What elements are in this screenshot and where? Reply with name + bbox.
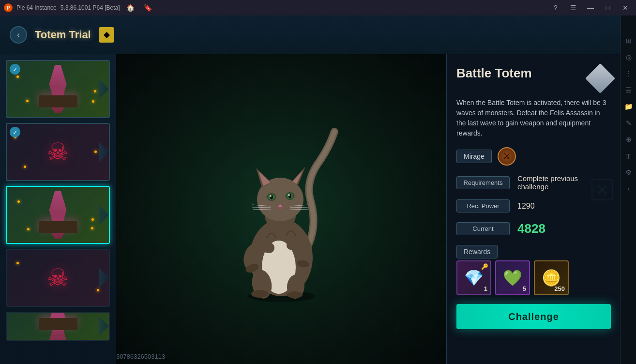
reward-ring-emoji: 💚 [503, 269, 522, 287]
title-bar: P Pie 64 Instance 5.3.86.1001 P64 [Beta]… [0, 0, 636, 15]
rec-power-label: Rec. Power [456, 199, 510, 212]
sidebar-icon-9[interactable]: ⚙ [623, 167, 635, 178]
battle-totem-header: Battle Totem [456, 66, 611, 89]
sidebar-icon-8[interactable]: ◫ [623, 150, 635, 162]
bookmark-btn[interactable]: 🔖 [141, 1, 155, 15]
challenge-button[interactable]: Challenge [456, 304, 611, 329]
challenge-item-2[interactable]: ✓ [6, 123, 110, 181]
requirements-value: Complete previous challenge [517, 174, 611, 191]
check-badge-1: ✓ [10, 64, 20, 75]
settings-btn[interactable]: ☰ [566, 1, 580, 15]
reward-item-coin[interactable]: 🪙 250 [534, 260, 569, 295]
reward-gem-emoji: 💎 [464, 269, 484, 287]
challenge-list: ✓ ✓ [0, 54, 116, 364]
back-button[interactable]: ‹ [10, 26, 27, 44]
title-bar-left: P Pie 64 Instance 5.3.86.1001 P64 [Beta]… [4, 1, 549, 15]
cat-illustration [213, 112, 349, 306]
check-badge-2: ✓ [10, 127, 20, 137]
reward-gem-count: 1 [484, 285, 487, 292]
current-value: 4828 [517, 221, 545, 236]
sidebar-icon-1[interactable]: ⊞ [623, 35, 635, 46]
page-title: Totem Trial [35, 29, 91, 41]
app-name-text: Pie 64 Instance [16, 4, 57, 11]
thumb-1 [7, 61, 109, 117]
svg-point-20 [270, 195, 272, 197]
rec-power-value: 1290 [517, 202, 535, 211]
app-icon: P [4, 3, 13, 12]
sidebar-icon-2[interactable]: ◎ [623, 51, 635, 63]
info-button[interactable]: ◆ [99, 27, 114, 43]
battle-totem-title: Battle Totem [456, 66, 532, 81]
app-version-text: 5.3.86.1001 P64 [Beta] [61, 4, 120, 11]
sidebar-icon-10[interactable]: ‹ [623, 183, 635, 195]
challenge-btn-label: Challenge [508, 311, 559, 322]
reward-item-ring[interactable]: 💚 5 [495, 260, 530, 295]
current-label: Current [456, 222, 510, 235]
close-btn[interactable]: ✕ [619, 1, 632, 15]
mode-row: Mirage ⚔ [456, 147, 611, 166]
sidebar-icon-7[interactable]: ⊕ [623, 134, 635, 145]
right-panel: Battle Totem When the Battle Totem is ac… [446, 54, 621, 364]
center-area [116, 54, 446, 364]
window-controls: ? ☰ — □ ✕ [549, 1, 632, 15]
svg-point-24 [288, 194, 290, 196]
thumb-5 [7, 313, 109, 340]
game-body: ✓ ✓ [0, 54, 621, 364]
rewards-label: Rewards [456, 245, 498, 258]
cat-figure [204, 107, 359, 311]
requirements-row: Requirements Complete previous challenge [456, 174, 611, 191]
session-id: 30786326503113 [116, 353, 165, 360]
challenge-item-5[interactable] [6, 312, 110, 341]
thumb-2 [7, 124, 109, 180]
reward-key-icon: 🔑 [481, 263, 488, 270]
game-topbar: ‹ Totem Trial ◆ [0, 15, 621, 54]
maximize-btn[interactable]: □ [601, 1, 615, 15]
sidebar-icon-3[interactable]: ⋮ [623, 68, 635, 79]
mode-icon: ⚔ [498, 147, 516, 166]
sidebar-icon-6[interactable]: ✎ [623, 117, 635, 129]
game-content: ‹ Totem Trial ◆ [0, 15, 621, 364]
reward-coin-count: 250 [554, 285, 565, 292]
sidebar-icon-4[interactable]: ☰ [623, 84, 635, 96]
challenge-item-3[interactable] [6, 186, 110, 244]
thumb-3 [7, 187, 109, 243]
description-text: When the Battle Totem is activated, ther… [456, 98, 611, 138]
reward-ring-count: 5 [523, 285, 526, 292]
right-sidebar: ⊞ ◎ ⋮ ☰ 📁 ✎ ⊕ ◫ ⚙ ‹ [621, 15, 636, 364]
requirements-label: Requirements [456, 176, 510, 189]
thumb-4 [7, 250, 109, 306]
reward-coin-emoji: 🪙 [542, 269, 561, 287]
reward-item-gem[interactable]: 🔑 💎 1 [456, 260, 491, 295]
rewards-section: Rewards 🔑 💎 1 💚 5 [456, 245, 611, 295]
mode-icon-emoji: ⚔ [503, 151, 511, 162]
svg-point-8 [287, 291, 303, 298]
home-btn[interactable]: 🏠 [124, 1, 137, 15]
current-row: Current 4828 [456, 221, 611, 236]
sidebar-icon-5[interactable]: 📁 [623, 101, 635, 112]
minimize-btn[interactable]: — [584, 1, 597, 15]
rec-power-row: Rec. Power 1290 [456, 199, 611, 212]
help-btn[interactable]: ? [549, 1, 562, 15]
challenge-item-1[interactable]: ✓ [6, 60, 110, 118]
challenge-item-4[interactable] [6, 249, 110, 307]
mode-tag: Mirage [456, 150, 492, 163]
rewards-row: 🔑 💎 1 💚 5 🪙 250 [456, 260, 611, 295]
diamond-icon [585, 63, 615, 93]
main-area: ‹ Totem Trial ◆ [0, 15, 636, 364]
svg-point-7 [251, 290, 269, 298]
